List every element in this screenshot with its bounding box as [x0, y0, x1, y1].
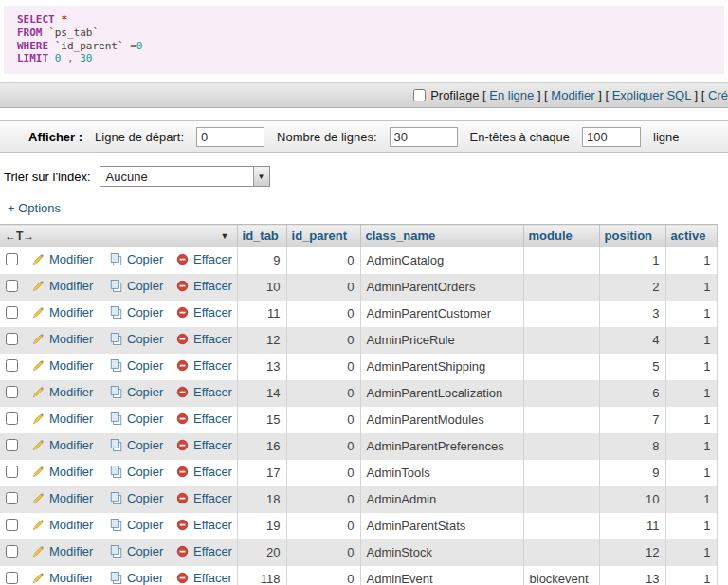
- column-header-position[interactable]: position: [599, 225, 665, 247]
- cell-id_tab: 118: [237, 566, 286, 585]
- display-options-bar: Afficher : Ligne de départ: Nombre de li…: [0, 120, 728, 153]
- edit-link[interactable]: Modifier: [49, 518, 93, 532]
- cell-active: 1: [665, 566, 717, 585]
- delete-link[interactable]: Effacer: [193, 305, 232, 320]
- column-header-id-parent[interactable]: id_parent: [286, 225, 360, 247]
- pencil-icon: [32, 253, 45, 268]
- copy-icon: [110, 439, 122, 454]
- pencil-icon: [32, 439, 45, 454]
- copy-link[interactable]: Copier: [127, 438, 163, 452]
- cell-id_tab: 18: [237, 486, 286, 513]
- start-row-input[interactable]: [196, 127, 264, 147]
- delete-link[interactable]: Effacer: [193, 385, 232, 399]
- cell-position: 8: [599, 433, 665, 460]
- table-row: ModifierCopierEffacer130AdminParentShipp…: [0, 354, 717, 380]
- edit-link[interactable]: Modifier: [49, 438, 93, 452]
- edit-link[interactable]: Modifier: [49, 332, 93, 346]
- table-options-handle-icon[interactable]: ←T→: [5, 229, 34, 243]
- row-checkbox[interactable]: [6, 306, 18, 319]
- num-rows-input[interactable]: [390, 127, 458, 147]
- copy-link[interactable]: Copier: [127, 252, 163, 266]
- edit-link[interactable]: Modifier: [49, 491, 93, 505]
- headers-every-input[interactable]: [582, 127, 641, 147]
- edit-link[interactable]: Modifier: [49, 571, 93, 585]
- options-toggle-link[interactable]: + Options: [8, 201, 61, 215]
- copy-link[interactable]: Copier: [127, 544, 163, 558]
- sort-index-select[interactable]: Aucune ▼: [100, 166, 270, 187]
- delete-link[interactable]: Effacer: [193, 279, 232, 293]
- profiling-link[interactable]: Modifier: [551, 88, 594, 102]
- copy-link[interactable]: Copier: [127, 305, 163, 320]
- copy-link[interactable]: Copier: [127, 332, 163, 346]
- cell-position: 2: [599, 274, 665, 301]
- row-checkbox[interactable]: [6, 572, 18, 584]
- copy-link[interactable]: Copier: [127, 571, 163, 585]
- cell-active: 1: [665, 327, 717, 354]
- row-checkbox[interactable]: [6, 412, 18, 425]
- row-checkbox[interactable]: [6, 253, 18, 265]
- profiling-link[interactable]: Cré: [708, 88, 728, 102]
- cell-active: 1: [665, 354, 717, 380]
- cell-position: 5: [599, 354, 665, 380]
- profiling-link[interactable]: Expliquer SQL: [612, 88, 691, 102]
- copy-link[interactable]: Copier: [127, 465, 163, 479]
- delete-link[interactable]: Effacer: [193, 544, 232, 558]
- cell-active: 1: [665, 513, 717, 539]
- delete-link[interactable]: Effacer: [193, 571, 232, 585]
- show-label: Afficher :: [28, 130, 82, 144]
- copy-icon: [110, 306, 122, 321]
- delete-link[interactable]: Effacer: [193, 438, 232, 452]
- row-checkbox[interactable]: [6, 439, 18, 451]
- edit-link[interactable]: Modifier: [49, 465, 93, 479]
- row-checkbox[interactable]: [6, 359, 18, 372]
- row-checkbox[interactable]: [6, 492, 18, 504]
- table-row: ModifierCopierEffacer160AdminParentPrefe…: [0, 433, 717, 460]
- delete-link[interactable]: Effacer: [193, 252, 232, 266]
- edit-link[interactable]: Modifier: [49, 544, 93, 558]
- delete-icon: [176, 439, 189, 454]
- cell-class_name: AdminParentOrders: [360, 274, 523, 301]
- cell-id_parent: 0: [286, 433, 360, 460]
- delete-link[interactable]: Effacer: [193, 465, 232, 479]
- copy-link[interactable]: Copier: [127, 279, 163, 293]
- delete-link[interactable]: Effacer: [193, 358, 232, 373]
- edit-link[interactable]: Modifier: [49, 305, 93, 320]
- delete-link[interactable]: Effacer: [193, 332, 232, 346]
- pencil-icon: [32, 545, 45, 560]
- copy-link[interactable]: Copier: [127, 385, 163, 399]
- edit-link[interactable]: Modifier: [49, 252, 93, 266]
- delete-link[interactable]: Effacer: [193, 518, 232, 532]
- cell-module: [523, 513, 599, 539]
- cell-id_tab: 15: [237, 407, 286, 433]
- row-checkbox[interactable]: [6, 333, 18, 345]
- column-header-module[interactable]: module: [523, 225, 599, 247]
- edit-link[interactable]: Modifier: [49, 279, 93, 293]
- edit-link[interactable]: Modifier: [49, 358, 93, 373]
- copy-link[interactable]: Copier: [127, 411, 163, 426]
- row-checkbox[interactable]: [6, 280, 18, 292]
- row-checkbox[interactable]: [6, 386, 18, 398]
- table-row: ModifierCopierEffacer140AdminParentLocal…: [0, 380, 717, 407]
- dropdown-arrow-icon[interactable]: ▼: [253, 167, 269, 186]
- column-header-id-tab[interactable]: id_tab: [237, 225, 286, 247]
- row-checkbox[interactable]: [6, 466, 18, 478]
- delete-link[interactable]: Effacer: [193, 411, 232, 426]
- delete-link[interactable]: Effacer: [193, 491, 232, 505]
- copy-link[interactable]: Copier: [127, 491, 163, 505]
- copy-link[interactable]: Copier: [127, 518, 163, 532]
- table-row: ModifierCopierEffacer180AdminAdmin101: [0, 486, 717, 513]
- column-header-active[interactable]: active: [665, 225, 717, 247]
- sort-descending-icon[interactable]: ▼: [221, 231, 232, 241]
- edit-link[interactable]: Modifier: [49, 385, 93, 399]
- profiling-link[interactable]: En ligne: [489, 88, 534, 102]
- cell-module: [523, 247, 599, 274]
- row-checkbox[interactable]: [6, 519, 18, 531]
- column-header-class-name[interactable]: class_name: [360, 225, 523, 247]
- pencil-icon: [32, 519, 45, 534]
- sort-index-selected-value: Aucune: [106, 170, 148, 184]
- profiling-checkbox[interactable]: [413, 89, 426, 101]
- edit-link[interactable]: Modifier: [49, 411, 93, 426]
- row-checkbox[interactable]: [6, 545, 18, 558]
- copy-link[interactable]: Copier: [127, 358, 163, 373]
- cell-position: 1: [599, 247, 665, 274]
